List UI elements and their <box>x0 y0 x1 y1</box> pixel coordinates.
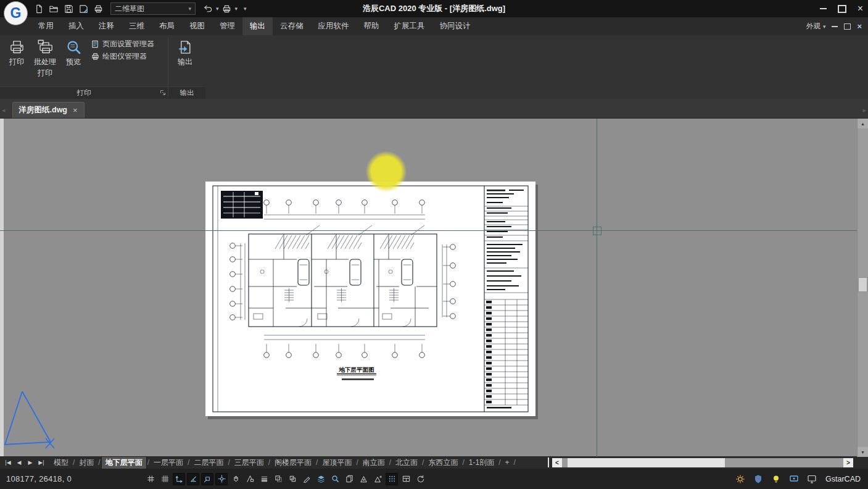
scroll-right-icon[interactable]: > <box>843 458 853 467</box>
appearance-dropdown[interactable]: 外观 ▾ <box>806 21 826 31</box>
annotation-autoscale-icon[interactable] <box>371 473 384 485</box>
lineweight-icon[interactable] <box>258 473 270 485</box>
first-layout-icon[interactable]: |◀ <box>3 459 13 466</box>
display-settings-icon[interactable] <box>788 473 800 485</box>
dynamic-ucs-icon[interactable] <box>229 473 242 485</box>
tab-view[interactable]: 视图 <box>182 17 212 35</box>
ribbon-panel-icon[interactable] <box>844 23 851 30</box>
plot-icon[interactable] <box>91 2 105 15</box>
scroll-up-icon[interactable]: ▲ <box>858 119 868 128</box>
horizontal-scrollbar-thumb[interactable] <box>568 458 725 467</box>
tab-apps[interactable]: 应用软件 <box>311 17 357 35</box>
settings-gear-icon[interactable] <box>734 473 746 485</box>
security-lock-icon[interactable] <box>752 473 764 485</box>
next-layout-icon[interactable]: ▶ <box>25 459 35 466</box>
layout-tab-section-1-1[interactable]: 1-1剖面 <box>465 456 498 469</box>
document-tab-active[interactable]: 洋房图纸.dwg × <box>12 102 85 118</box>
polar-tracking-icon[interactable] <box>187 473 199 485</box>
grid-display-icon[interactable] <box>159 473 171 485</box>
object-snap-tracking-icon[interactable] <box>215 473 228 485</box>
close-ribbon-icon[interactable]: × <box>857 22 862 31</box>
zoom-icon[interactable] <box>329 473 341 485</box>
close-icon[interactable]: × <box>858 4 863 14</box>
prev-layout-icon[interactable]: ◀ <box>14 459 24 466</box>
scroll-down-icon[interactable]: ▼ <box>858 447 868 457</box>
drawing-canvas[interactable]: 地下层平面图 <box>0 118 868 457</box>
undo-icon[interactable] <box>201 2 215 15</box>
new-file-icon[interactable] <box>32 2 46 15</box>
snap-grid-icon[interactable] <box>144 473 157 485</box>
preview-button[interactable]: 预览 <box>59 35 88 67</box>
selection-cycling-icon[interactable] <box>286 473 299 485</box>
layout-tab-basement-plan[interactable]: 地下层平面 <box>101 456 147 469</box>
last-layout-icon[interactable]: ▶| <box>36 459 46 466</box>
doc-tab-scroll-right-icon[interactable]: ▸ <box>861 106 868 118</box>
layout-tab-floor3-plan[interactable]: 三层平面 <box>231 456 268 469</box>
minimize-ribbon-icon[interactable] <box>832 26 838 27</box>
layout-tab-separator: / <box>513 458 516 467</box>
tab-layout[interactable]: 布局 <box>152 17 182 35</box>
print-caret-icon[interactable]: ▾ <box>235 6 238 12</box>
output-button[interactable]: 输出 <box>171 35 199 67</box>
layout-tab-model[interactable]: 模型 <box>50 456 72 469</box>
layout-tab-north-elevation[interactable]: 北立面 <box>392 456 421 469</box>
doc-tab-scroll-left-icon[interactable]: ◂ <box>0 106 7 118</box>
ortho-mode-icon[interactable] <box>173 473 185 485</box>
scroll-left-icon[interactable]: < <box>552 458 562 467</box>
tab-home[interactable]: 常用 <box>31 17 61 35</box>
viewport-icon[interactable] <box>400 473 412 485</box>
maximize-icon[interactable] <box>838 5 846 13</box>
annotation-scale-icon[interactable] <box>386 473 398 485</box>
dynamic-input-icon[interactable] <box>244 473 256 485</box>
status-toggles <box>144 473 426 485</box>
vertical-scrollbar[interactable]: ▲ ▼ <box>857 119 868 457</box>
workspace-dropdown[interactable]: 二维草图 ▾ <box>110 2 196 15</box>
undo-caret-icon[interactable]: ▾ <box>216 6 219 12</box>
layout-tab-cover[interactable]: 封面 <box>75 456 97 469</box>
minimize-icon[interactable] <box>820 8 827 9</box>
page-setup-manager-button[interactable]: 页面设置管理器 <box>91 39 154 49</box>
hardware-acceleration-bulb-icon[interactable] <box>770 473 782 485</box>
horizontal-scrollbar[interactable]: < > <box>552 458 853 467</box>
tab-manage[interactable]: 管理 <box>212 17 242 35</box>
tab-annotate[interactable]: 注释 <box>91 17 122 35</box>
quick-properties-icon[interactable] <box>300 473 313 485</box>
document-tab-label: 洋房图纸.dwg <box>19 105 67 115</box>
new-layout-tab[interactable]: + <box>501 456 513 469</box>
tab-insert[interactable]: 插入 <box>61 17 91 35</box>
tab-help[interactable]: 帮助 <box>357 17 387 35</box>
layout-tab-attic-plan[interactable]: 阁楼层平面 <box>271 456 315 469</box>
transparency-icon[interactable] <box>272 473 284 485</box>
tab-cloud[interactable]: 云存储 <box>273 17 311 35</box>
layers-icon[interactable] <box>315 473 327 485</box>
app-logo[interactable]: G <box>4 1 28 25</box>
save-as-icon[interactable] <box>76 2 90 15</box>
dialog-launcher-icon[interactable] <box>160 90 166 97</box>
qat-customize-icon[interactable]: ▾ <box>244 6 247 12</box>
clean-screen-icon[interactable] <box>414 473 426 485</box>
object-snap-icon[interactable] <box>201 473 213 485</box>
tab-3d[interactable]: 三维 <box>122 17 152 35</box>
layout-tab-south-elevation[interactable]: 南立面 <box>359 456 389 469</box>
tab-output[interactable]: 输出 <box>242 17 273 35</box>
plotter-manager-button[interactable]: 绘图仪管理器 <box>91 51 154 61</box>
print-icon[interactable] <box>220 2 234 15</box>
tab-collaboration[interactable]: 协同设计 <box>432 17 478 35</box>
annotation-visibility-icon[interactable] <box>357 473 370 485</box>
document-tab-close-icon[interactable]: × <box>73 106 78 115</box>
print-button[interactable]: 打印 <box>2 35 31 67</box>
sheet-set-icon[interactable] <box>343 473 355 485</box>
save-icon[interactable] <box>62 2 75 15</box>
output-group-footer: 输出 <box>168 86 205 99</box>
vertical-scrollbar-thumb[interactable] <box>858 277 867 292</box>
tab-express-tools[interactable]: 扩展工具 <box>387 17 432 35</box>
layout-tab-eastwest-elevation[interactable]: 东西立面 <box>424 456 461 469</box>
layout-tab-roof-plan[interactable]: 屋顶平面 <box>318 456 355 469</box>
monitor-icon[interactable] <box>806 473 818 485</box>
horizontal-scrollbar-track[interactable] <box>562 458 843 467</box>
layout-tab-floor1-plan[interactable]: 一层平面 <box>150 456 187 469</box>
layout-tab-floor2-plan[interactable]: 二层平面 <box>190 456 227 469</box>
print-group-footer: 打印 <box>0 86 168 99</box>
batch-print-button[interactable]: 批处理 打印 <box>31 35 59 78</box>
open-folder-icon[interactable] <box>47 2 60 15</box>
